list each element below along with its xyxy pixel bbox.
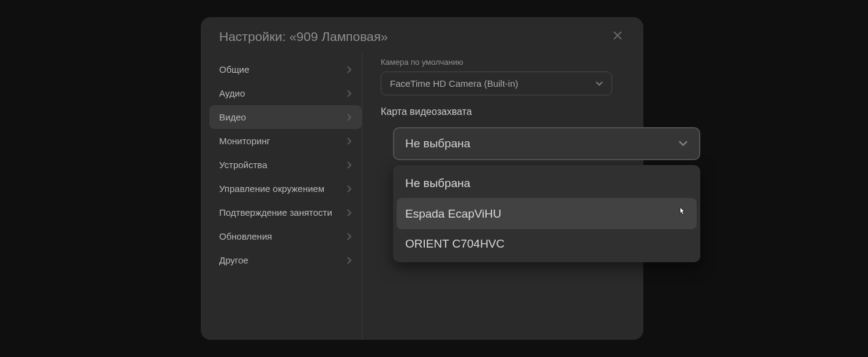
sidebar-item-label: Мониторинг xyxy=(219,136,270,146)
sidebar-item-other[interactable]: Другое xyxy=(209,248,362,272)
chevron-right-icon xyxy=(347,66,352,73)
chevron-down-icon xyxy=(596,81,603,86)
camera-select[interactable]: FaceTime HD Camera (Built-in) xyxy=(381,72,612,95)
sidebar-item-updates[interactable]: Обновления xyxy=(209,224,362,248)
modal-header: Настройки: «909 Ламповая» xyxy=(201,17,643,53)
sidebar-item-video[interactable]: Видео xyxy=(209,105,362,129)
sidebar-item-monitoring[interactable]: Мониторинг xyxy=(209,129,362,153)
sidebar-item-occupancy[interactable]: Подтверждение занятости xyxy=(209,201,362,224)
chevron-right-icon xyxy=(347,233,352,240)
dropdown-option-espada[interactable]: Espada EcapViHU xyxy=(397,198,697,229)
close-icon xyxy=(613,31,623,43)
camera-select-value: FaceTime HD Camera (Built-in) xyxy=(390,78,518,89)
camera-label: Камера по умолчанию xyxy=(381,57,635,67)
sidebar-item-environment[interactable]: Управление окружением xyxy=(209,177,362,201)
close-button[interactable] xyxy=(610,29,625,44)
sidebar-item-label: Общие xyxy=(219,64,249,75)
dropdown-option-label: ORIENT C704HVC xyxy=(405,237,504,251)
sidebar-item-label: Устройства xyxy=(219,160,267,170)
dropdown-option-orient[interactable]: ORIENT C704HVC xyxy=(397,229,697,259)
dropdown-option-none[interactable]: Не выбрана xyxy=(397,169,697,198)
sidebar-item-devices[interactable]: Устройства xyxy=(209,153,362,177)
chevron-right-icon xyxy=(347,209,352,216)
chevron-right-icon xyxy=(347,257,352,264)
chevron-right-icon xyxy=(347,161,352,169)
capture-select-value: Не выбрана xyxy=(405,137,470,150)
sidebar-item-label: Обновления xyxy=(219,231,272,241)
settings-sidebar: Общие Аудио Видео Мониторинг xyxy=(209,53,362,340)
modal-title: Настройки: «909 Ламповая» xyxy=(219,29,388,44)
capture-dropdown: Не выбрана Espada EcapViHU ORIENT C704HV… xyxy=(393,165,700,262)
dropdown-option-label: Не выбрана xyxy=(405,177,470,190)
chevron-right-icon xyxy=(347,90,352,97)
chevron-right-icon xyxy=(347,185,352,193)
sidebar-item-audio[interactable]: Аудио xyxy=(209,81,362,105)
sidebar-item-label: Подтверждение занятости xyxy=(219,207,332,218)
chevron-right-icon xyxy=(347,138,352,145)
sidebar-item-general[interactable]: Общие xyxy=(209,57,362,81)
sidebar-item-label: Аудио xyxy=(219,88,245,98)
capture-select[interactable]: Не выбрана xyxy=(393,127,700,160)
sidebar-item-label: Другое xyxy=(219,255,249,265)
dropdown-option-label: Espada EcapViHU xyxy=(405,207,501,221)
sidebar-item-label: Управление окружением xyxy=(219,183,324,194)
chevron-right-icon xyxy=(347,114,352,121)
capture-label: Карта видеозахвата xyxy=(381,106,635,117)
sidebar-item-label: Видео xyxy=(219,112,246,122)
chevron-down-icon xyxy=(678,141,688,147)
cursor-pointer-icon xyxy=(677,206,688,221)
